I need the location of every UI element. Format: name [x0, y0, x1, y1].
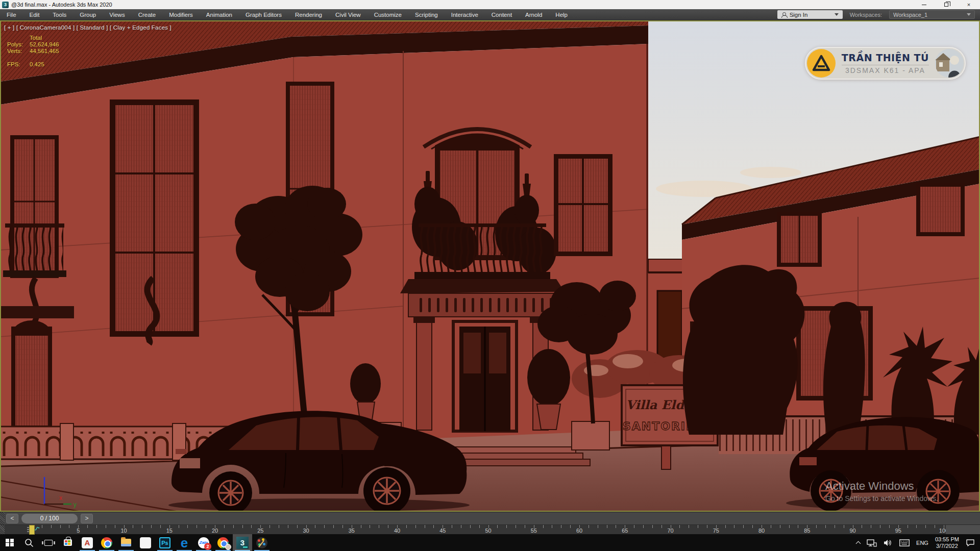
restore-button[interactable]	[935, 0, 958, 9]
taskbar-app-grid[interactable]	[136, 534, 155, 551]
system-tray: ENG 03:55 PM 3/7/2022	[856, 534, 980, 551]
frame-tick-label: 70	[667, 528, 673, 534]
previous-frame-button[interactable]: <	[6, 514, 18, 523]
user-icon	[781, 12, 787, 17]
stats-total-label: Total	[30, 35, 59, 41]
app-grid-icon	[140, 537, 151, 548]
time-slider[interactable]	[29, 525, 35, 535]
close-button[interactable]: ×	[958, 0, 980, 9]
sign-in-label: Sign In	[790, 12, 808, 18]
polys-value: 52,624,946	[30, 41, 59, 47]
zalo-icon: Zalo 2	[198, 537, 209, 548]
menu-content[interactable]: Content	[485, 9, 519, 20]
network-icon[interactable]	[867, 539, 877, 547]
frame-tick-label: 35	[349, 528, 355, 534]
minimize-button[interactable]	[913, 0, 935, 9]
clock-date: 3/7/2022	[935, 543, 959, 549]
taskbar-zalo[interactable]: Zalo 2	[194, 534, 213, 551]
language-indicator[interactable]: ENG	[916, 540, 928, 546]
menu-modifiers[interactable]: Modifiers	[162, 9, 200, 20]
menu-animation[interactable]: Animation	[200, 9, 239, 20]
polys-label: Polys:	[7, 41, 30, 48]
menu-graph-editors[interactable]: Graph Editors	[239, 9, 288, 20]
menu-civil-view[interactable]: Civil View	[329, 9, 368, 20]
edge-icon: e	[181, 537, 188, 548]
window-title: @3d final.max - Autodesk 3ds Max 2020	[11, 2, 112, 8]
menu-help[interactable]: Help	[549, 9, 574, 20]
microsoft-store-icon	[64, 539, 72, 546]
workspace-dropdown[interactable]: Workspace_1	[889, 10, 975, 19]
volume-icon[interactable]	[884, 539, 893, 547]
action-center-icon[interactable]	[966, 539, 975, 547]
task-view-icon	[44, 540, 53, 546]
trackbar-grip-handle[interactable]	[0, 512, 5, 524]
activate-line2: Go to Settings to activate Windows.	[825, 494, 938, 503]
taskbar-file-explorer[interactable]	[116, 534, 136, 551]
autocad-icon: A	[82, 537, 93, 548]
taskbar-search-button[interactable]	[19, 534, 39, 551]
time-ruler[interactable]: 0510152025303540455055606570758085909510…	[0, 524, 980, 534]
taskbar-chrome-profile[interactable]	[213, 534, 233, 551]
profile-avatar-dot	[225, 544, 231, 550]
title-bar: 3 @3d final.max - Autodesk 3ds Max 2020 …	[0, 0, 980, 9]
camera-viewport[interactable]: Villa Eldoras SANTORINI'Q	[0, 20, 980, 512]
3dsmax-window: 3 @3d final.max - Autodesk 3ds Max 2020 …	[0, 0, 980, 551]
frame-tick-label: 90	[849, 528, 855, 534]
frame-tick-label: 50	[485, 528, 491, 534]
tray-expand-chevron-icon[interactable]	[856, 541, 861, 546]
window-upper-right	[554, 154, 612, 256]
frame-tick-label: 20	[212, 528, 218, 534]
taskbar-paint-app[interactable]	[252, 534, 272, 551]
sign-in-button[interactable]: Sign In	[777, 10, 843, 19]
activate-line1: Activate Windows	[825, 480, 938, 493]
3dsmax-app-icon: 3	[2, 2, 9, 8]
menu-bar: File Edit Tools Group Views Create Modif…	[0, 9, 980, 20]
menu-scripting[interactable]: Scripting	[408, 9, 445, 20]
taskbar-3dsmax-active[interactable]: 3	[233, 534, 252, 551]
taskbar-microsoft-store[interactable]	[58, 534, 78, 551]
menu-customize[interactable]: Customize	[368, 9, 408, 20]
chrome-icon	[101, 537, 112, 548]
workspace-value: Workspace_1	[893, 12, 927, 18]
next-frame-button[interactable]: >	[81, 514, 93, 523]
viewport-label[interactable]: [ + ] [ CoronaCamera004 ] [ Standard ] […	[4, 24, 172, 31]
task-view-button[interactable]	[39, 534, 58, 551]
frame-tick-label: 95	[895, 528, 901, 534]
menu-views[interactable]: Views	[103, 9, 131, 20]
start-button[interactable]	[0, 534, 19, 551]
touch-keyboard-icon[interactable]	[899, 539, 910, 546]
frame-tick-label: 75	[713, 528, 719, 534]
menu-group[interactable]: Group	[73, 9, 103, 20]
frame-tick-label: 25	[257, 528, 263, 534]
clock-time: 03:55 PM	[935, 536, 959, 543]
frame-tick-label: 40	[394, 528, 400, 534]
taskbar-edge[interactable]: e	[175, 534, 194, 551]
menu-edit[interactable]: Edit	[23, 9, 46, 20]
clay-render-scene: Villa Eldoras SANTORINI'Q	[0, 20, 980, 512]
search-icon	[24, 538, 34, 548]
fps-label: FPS:	[7, 61, 30, 68]
current-frame-display[interactable]: 0 / 100	[21, 514, 78, 523]
menu-file[interactable]: File	[0, 9, 23, 20]
menu-rendering[interactable]: Rendering	[288, 9, 329, 20]
windows-taskbar: A Ps e Zalo 2 3	[0, 534, 980, 551]
verts-value: 44,561,465	[30, 48, 59, 54]
menu-create[interactable]: Create	[132, 9, 163, 20]
taskbar-clock[interactable]: 03:55 PM 3/7/2022	[935, 536, 959, 549]
taskbar-chrome[interactable]	[97, 534, 116, 551]
frame-tick-label: 60	[576, 528, 582, 534]
timeruler-grip-handle[interactable]	[0, 525, 5, 534]
file-explorer-icon	[121, 539, 131, 546]
activate-windows-watermark: Activate Windows Go to Settings to activ…	[825, 480, 938, 503]
taskbar-autocad[interactable]: A	[78, 534, 97, 551]
frame-tick-label: 65	[622, 528, 628, 534]
menu-arnold[interactable]: Arnold	[519, 9, 549, 20]
watermark-subtitle: 3DSMAX K61 - APA	[842, 66, 929, 74]
author-watermark-badge: TRẦN THIỆN TÚ 3DSMAX K61 - APA	[805, 47, 966, 80]
frame-tick-label: 10	[120, 528, 127, 534]
taskbar-photoshop[interactable]: Ps	[155, 534, 175, 551]
menu-tools[interactable]: Tools	[46, 9, 73, 20]
3dsmax-icon: 3	[236, 537, 249, 549]
menu-interactive[interactable]: Interactive	[445, 9, 485, 20]
axis-y-label: y	[74, 501, 77, 508]
